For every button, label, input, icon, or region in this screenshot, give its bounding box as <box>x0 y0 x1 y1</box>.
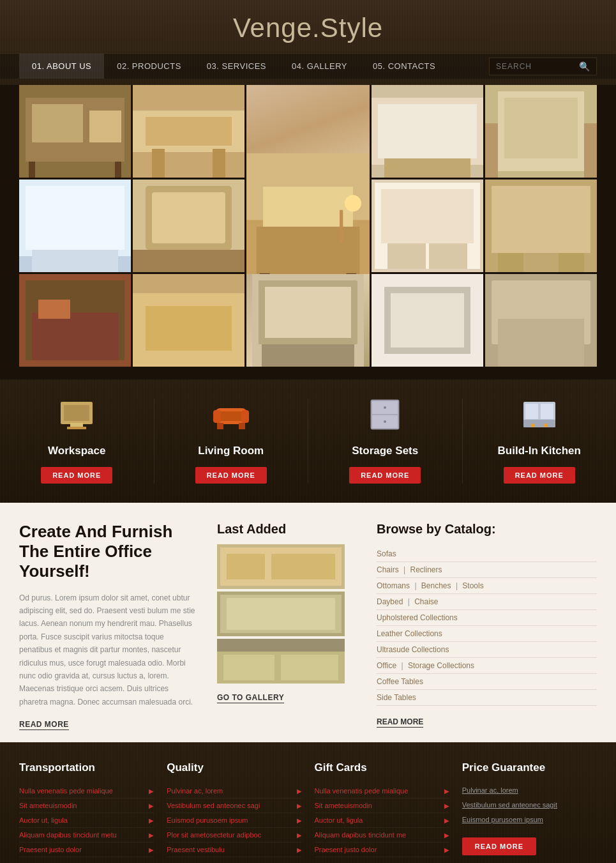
arrow-icon-q2: ▶ <box>297 802 302 809</box>
gallery-cell-11 <box>19 274 131 367</box>
catalog-item-daybed: Daybed | Chaise <box>377 594 597 610</box>
arrow-icon-g2: ▶ <box>444 802 449 809</box>
storage-sets-read-more-button[interactable]: READ MORE <box>349 467 421 484</box>
footer-gift-link-4-text[interactable]: Aliquam dapibus tincidunt me <box>315 831 407 839</box>
nav-item-gallery[interactable]: 04. GALLERY <box>279 54 360 79</box>
footer-quality-link-1-text[interactable]: Pulvinar ac, lorem <box>167 787 223 795</box>
svg-rect-80 <box>525 404 538 419</box>
svg-rect-19 <box>340 210 343 243</box>
catalog-item-upholstered: Upholstered Collections <box>377 610 597 626</box>
article-column: Create And Furnish The Entire Office You… <box>19 522 198 729</box>
nav-item-about[interactable]: 01. ABOUT US <box>19 54 104 79</box>
catalog-link-coffee[interactable]: Coffee Tables <box>377 677 423 686</box>
footer-trans-link-5-text[interactable]: Praesent justo dolor <box>19 846 82 853</box>
search-box[interactable]: 🔍 <box>489 57 597 75</box>
category-living-room: Living Room READ MORE <box>154 399 309 484</box>
catalog-link-storage-collections[interactable]: Storage Collections <box>408 661 474 670</box>
footer-trans-link-4: Aliquam dapibus tincidunt metu ▶ <box>19 828 154 843</box>
nav-link-services[interactable]: 03. SERVICES <box>194 54 279 79</box>
catalog-link-chairs[interactable]: Chairs <box>377 565 399 574</box>
gallery-cell-1 <box>19 85 131 178</box>
article-title-line3: Yourself! <box>19 561 90 581</box>
footer-gift-link-5-text[interactable]: Praesent justo dolor <box>315 846 377 853</box>
catalog-link-leather[interactable]: Leather Collections <box>377 629 442 638</box>
arrow-icon-1: ▶ <box>149 788 154 795</box>
footer-trans-link-3-text[interactable]: Auctor ut, ligula <box>19 816 68 824</box>
footer-quality-link-2: Vestibulum sed anteonec sagi ▶ <box>167 798 301 813</box>
nav-link-products[interactable]: 02. PRODUCTS <box>104 54 194 79</box>
catalog-link-recliners[interactable]: Recliners <box>410 565 442 574</box>
last-added-images <box>217 544 357 684</box>
nav-list: 01. ABOUT US 02. PRODUCTS 03. SERVICES 0… <box>19 54 489 79</box>
sep-1: | <box>403 565 405 574</box>
svg-rect-45 <box>559 253 584 272</box>
footer-price-link-2-text[interactable]: Vestibulum sed anteonec sagit <box>462 801 557 809</box>
living-room-read-more-button[interactable]: READ MORE <box>195 467 267 484</box>
catalog-link-upholstered[interactable]: Upholstered Collections <box>377 613 458 622</box>
last-added-image-2 <box>217 592 345 636</box>
article-read-more-link[interactable]: READ MORE <box>19 720 69 730</box>
catalog-link-side[interactable]: Side Tables <box>377 693 416 702</box>
header: Venge.Style 01. ABOUT US 02. PRODUCTS 03… <box>0 0 616 85</box>
footer-transportation-title: Transportation <box>19 761 154 774</box>
footer-quality-link-5-text[interactable]: Praesent vestibulu <box>167 846 225 853</box>
catalog-item-ultrasude: Ultrasude Collections <box>377 642 597 658</box>
footer-price-link-1-text[interactable]: Pulvinar ac, lorem <box>462 786 518 794</box>
footer-trans-link-4-text[interactable]: Aliquam dapibus tincidunt metu <box>19 831 117 839</box>
nav-item-services[interactable]: 03. SERVICES <box>194 54 279 79</box>
svg-rect-49 <box>38 300 70 319</box>
svg-rect-63 <box>498 319 584 367</box>
price-guarantee-read-more-button[interactable]: READ MORE <box>462 837 536 855</box>
main-content-section: Create And Furnish The Entire Office You… <box>0 503 616 742</box>
footer-price-link-3-text[interactable]: Euismod purusoem ipsum <box>462 816 543 823</box>
catalog-link-chaise[interactable]: Chaise <box>414 597 438 606</box>
catalog-link-sofas[interactable]: Sofas <box>377 549 396 558</box>
footer-quality-link-2-text[interactable]: Vestibulum sed anteonec sagi <box>167 802 260 809</box>
go-to-gallery-link[interactable]: GO TO GALLERY <box>217 693 284 703</box>
svg-rect-31 <box>26 186 124 250</box>
last-added-column: Last Added GO TO GALLERY <box>217 522 357 729</box>
nav-item-contacts[interactable]: 05. CONTACTS <box>360 54 448 79</box>
footer-trans-link-2-text[interactable]: Sit ameteuismodin <box>19 802 77 809</box>
catalog-link-ottomans[interactable]: Ottomans <box>377 581 410 590</box>
catalog-link-benches[interactable]: Benches <box>421 581 451 590</box>
search-input[interactable] <box>496 62 579 71</box>
footer-price-link-1: Pulvinar ac, lorem <box>462 784 597 795</box>
catalog-link-office[interactable]: Office <box>377 661 396 670</box>
last-added-title: Last Added <box>217 522 357 537</box>
catalog-item-sofas: Sofas <box>377 546 597 562</box>
living-room-label: Living Room <box>167 445 296 457</box>
nav-item-products[interactable]: 02. PRODUCTS <box>104 54 194 79</box>
nav-link-about[interactable]: 01. ABOUT US <box>19 54 104 79</box>
footer-gift-link-3-text[interactable]: Auctor ut, ligula <box>315 816 363 824</box>
footer-gift-link-1-text[interactable]: Nulla venenatis pede mialique <box>315 787 409 795</box>
catalog-link-ultrasude[interactable]: Ultrasude Collections <box>377 645 449 654</box>
buildin-kitchen-read-more-button[interactable]: READ MORE <box>504 467 575 484</box>
footer-trans-link-1-text[interactable]: Nulla venenatis pede mialique <box>19 787 113 795</box>
gallery-cell-15 <box>485 274 597 367</box>
footer-trans-link-3: Auctor ut, ligula ▶ <box>19 813 154 828</box>
footer-gift-link-2-text[interactable]: Sit ameteuismodin <box>315 802 373 809</box>
svg-rect-44 <box>498 253 523 272</box>
storage-sets-label: Storage Sets <box>321 445 449 457</box>
footer-price-guarantee-title: Price Guarantee <box>462 761 597 774</box>
catalog-link-daybed[interactable]: Daybed <box>377 597 403 606</box>
footer-price-guarantee: Price Guarantee Pulvinar ac, lorem Vesti… <box>462 761 597 857</box>
footer-quality-link-4-text[interactable]: Plor sit ametosectetur adipboc <box>167 831 261 839</box>
nav-link-contacts[interactable]: 05. CONTACTS <box>360 54 448 79</box>
workspace-read-more-button[interactable]: READ MORE <box>41 467 112 484</box>
catalog-link-stools[interactable]: Stools <box>462 581 483 590</box>
buildin-kitchen-label: Build-In Kitchen <box>476 445 604 457</box>
search-icon[interactable]: 🔍 <box>579 61 590 72</box>
arrow-icon-3: ▶ <box>149 817 154 824</box>
svg-rect-56 <box>262 344 354 367</box>
footer-quality-link-3-text[interactable]: Euismod purusoem ipsum <box>167 816 248 824</box>
svg-rect-32 <box>32 250 118 272</box>
catalog-read-more-link[interactable]: READ MORE <box>377 717 423 728</box>
catalog-list: Sofas Chairs | Recliners Ottomans | Benc… <box>377 546 597 706</box>
catalog-item-side: Side Tables <box>377 690 597 706</box>
last-added-image-3 <box>217 639 345 684</box>
svg-rect-40 <box>387 243 426 269</box>
footer-price-link-2: Vestibulum sed anteonec sagit <box>462 798 597 810</box>
nav-link-gallery[interactable]: 04. GALLERY <box>279 54 360 79</box>
